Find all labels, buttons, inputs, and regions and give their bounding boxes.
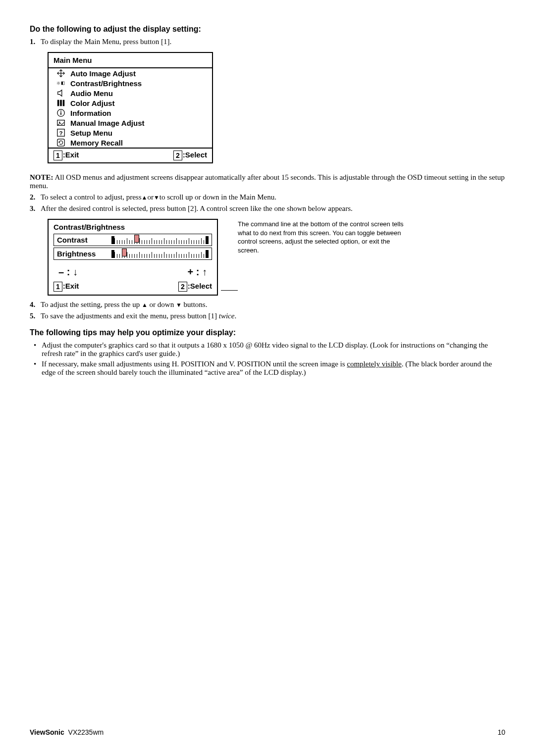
svg-point-18 <box>60 110 61 111</box>
menu-item-manual-image-adjust[interactable]: Manual Image Adjust <box>49 118 212 128</box>
menu-item-memory-recall[interactable]: Memory Recall <box>49 138 212 148</box>
info-icon <box>55 108 66 117</box>
note-text: All OSD menus and adjustment screens dis… <box>30 173 505 190</box>
step-number: 3. <box>30 204 41 213</box>
svg-point-2 <box>58 83 59 84</box>
step-text: To adjust the setting, press the up ▲ or… <box>41 301 505 309</box>
step-1: 1. To display the Main Menu, press butto… <box>30 38 505 46</box>
step-2: 2. To select a control to adjust, press▲… <box>30 193 505 202</box>
note-paragraph: NOTE: All OSD menus and adjustment scree… <box>30 173 505 190</box>
tip-1: • Adjust the computer's graphics card so… <box>34 341 505 358</box>
menu-item-auto-image-adjust[interactable]: Auto Image Adjust <box>49 68 212 78</box>
bullet-icon: • <box>34 341 42 358</box>
svg-text:?: ? <box>59 130 62 136</box>
tip-text: Adjust the computer's graphics card so t… <box>42 341 505 358</box>
text-fragment: To select a control to adjust, press <box>41 193 141 201</box>
svg-line-9 <box>57 84 58 85</box>
menu-item-label: Memory Recall <box>70 139 123 147</box>
contrast-row[interactable]: Contrast <box>54 234 212 246</box>
emphasis-twice: twice <box>219 312 235 320</box>
menu-item-label: Color Adjust <box>70 99 114 107</box>
exit-label: :Exit <box>63 151 79 159</box>
menu-footer-select[interactable]: 2:Select <box>173 151 207 160</box>
step-text: After the desired control is selected, p… <box>41 204 505 213</box>
move-icon <box>55 69 66 78</box>
question-icon: ? <box>55 128 66 137</box>
key-2: 2 <box>173 151 182 160</box>
increment-hint: + : ↑ <box>188 266 207 278</box>
decrement-hint: – : ↓ <box>58 266 78 278</box>
key-2: 2 <box>178 282 187 292</box>
menu-item-label: Information <box>70 109 111 117</box>
menu-footer-exit[interactable]: 1:Exit <box>54 151 79 160</box>
rgb-icon <box>55 99 66 107</box>
svg-rect-16 <box>63 100 65 106</box>
contrast-slider[interactable] <box>111 236 209 244</box>
menu-item-label: Auto Image Adjust <box>70 69 136 78</box>
page-footer: ViewSonic VX2235wm 10 <box>30 728 505 736</box>
svg-line-8 <box>59 84 60 85</box>
step-number: 2. <box>30 193 41 202</box>
panel-footer-exit[interactable]: 1:Exit <box>54 282 79 292</box>
panel-title: Contrast/Brightness <box>49 220 217 232</box>
brightness-row[interactable]: Brightness <box>54 248 212 260</box>
footer-model: VX2235wm <box>68 728 104 736</box>
main-menu-title: Main Menu <box>49 53 212 68</box>
menu-item-audio-menu[interactable]: Audio Menu <box>49 88 212 98</box>
svg-rect-19 <box>60 112 61 115</box>
slider-marker[interactable] <box>122 249 127 256</box>
command-line-note: The command line at the bottom of the co… <box>238 220 411 254</box>
menu-item-setup-menu[interactable]: ? Setup Menu <box>49 128 212 138</box>
select-label: :Select <box>188 282 212 290</box>
triangle-up-icon: ▲ <box>142 302 148 308</box>
audio-icon <box>55 89 66 98</box>
text-fragment: If necessary, make small adjustments usi… <box>42 360 347 368</box>
svg-rect-15 <box>60 100 62 106</box>
step-text: To select a control to adjust, press▲or▼… <box>41 193 505 202</box>
triangle-down-icon: ▼ <box>154 194 160 201</box>
step-3: 3. After the desired control is selected… <box>30 204 505 213</box>
text-fragment: buttons. <box>182 301 208 308</box>
svg-line-7 <box>57 82 58 83</box>
svg-line-10 <box>59 82 60 83</box>
svg-rect-24 <box>57 139 64 146</box>
underlined-text: completely visible <box>347 360 401 368</box>
tip-2: • If necessary, make small adjustments u… <box>34 360 505 377</box>
heading-optimize-tips: The following tips may help you optimize… <box>30 328 505 337</box>
select-label: :Select <box>183 151 207 159</box>
heading-adjust-display: Do the following to adjust the display s… <box>30 25 505 34</box>
panel-footer-select[interactable]: 2:Select <box>178 282 212 292</box>
note-label: NOTE: <box>30 173 54 181</box>
menu-item-contrast-brightness[interactable]: Contrast/Brightness <box>49 78 212 88</box>
bullet-icon: • <box>34 360 42 377</box>
exit-label: :Exit <box>63 282 79 290</box>
step-5: 5. To save the adjustments and exit the … <box>30 312 505 320</box>
svg-rect-14 <box>57 100 59 106</box>
main-menu-panel: Main Menu Auto Image Adjust <box>48 52 213 163</box>
key-1: 1 <box>54 151 62 160</box>
text-fragment: to scroll up or down in the Main Menu. <box>160 193 276 201</box>
slider-marker[interactable] <box>134 235 139 243</box>
menu-item-information[interactable]: Information <box>49 108 212 118</box>
menu-item-color-adjust[interactable]: Color Adjust <box>49 98 212 108</box>
svg-rect-12 <box>61 82 63 85</box>
step-number: 1. <box>30 38 41 46</box>
menu-item-label: Manual Image Adjust <box>70 119 144 127</box>
footer-page-number: 10 <box>497 728 505 736</box>
step-text: To save the adjustments and exit the men… <box>41 312 505 320</box>
tip-text: If necessary, make small adjustments usi… <box>42 360 505 377</box>
contrast-label: Contrast <box>57 236 107 244</box>
footer-brand: ViewSonic <box>30 728 64 736</box>
step-4: 4. To adjust the setting, press the up ▲… <box>30 301 505 309</box>
recall-icon <box>55 138 66 147</box>
triangle-down-icon: ▼ <box>176 302 182 308</box>
menu-item-label: Contrast/Brightness <box>70 79 142 88</box>
brightness-slider[interactable] <box>111 250 209 258</box>
text-fragment: or down <box>148 301 176 308</box>
menu-item-label: Audio Menu <box>70 89 113 98</box>
brightness-contrast-icon <box>55 79 66 88</box>
contrast-brightness-panel: Contrast/Brightness Contrast Brightness … <box>48 219 218 296</box>
key-1: 1 <box>54 282 62 292</box>
text-fragment: . <box>234 312 236 320</box>
brightness-label: Brightness <box>57 250 107 258</box>
